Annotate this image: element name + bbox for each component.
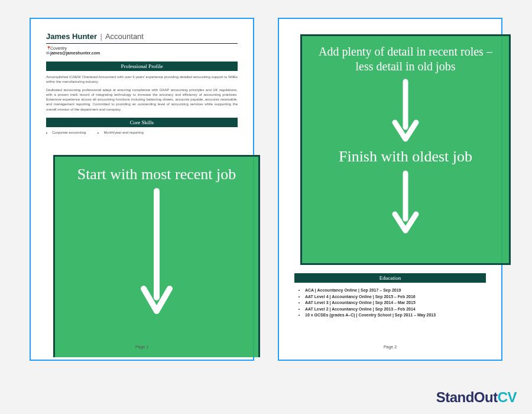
- section-education: Education: [294, 273, 486, 283]
- edu-item: ACA | Accountancy Online | Sep 2017 – Se…: [305, 287, 486, 294]
- arrow-down-icon: [139, 188, 174, 318]
- brand-logo: StandOutCV: [436, 389, 517, 406]
- contact-line: 📍Coventry ✉james@jameshunter.com: [46, 46, 238, 56]
- callout-detail-oldest: Add plenty of detail in recent roles – l…: [300, 34, 511, 265]
- page-number-1: Page 1: [46, 345, 238, 349]
- pages-row: James Hunter | Accountant 📍Coventry ✉jam…: [0, 0, 532, 361]
- edu-item: 10 x GCSEs (grades A–C) | Coventry Schoo…: [305, 312, 486, 319]
- logo-part-b: CV: [498, 389, 517, 405]
- name-header: James Hunter | Accountant: [46, 32, 238, 44]
- edu-item: AAT Level 4 | Accountancy Online | Sep 2…: [305, 294, 486, 300]
- candidate-name: James Hunter: [46, 32, 97, 41]
- edu-text: 10 x GCSEs (grades A–C) | Coventry Schoo…: [305, 313, 436, 317]
- pin-icon: 📍: [46, 46, 50, 51]
- edu-item: AAT Level 2 | Accountancy Online | Sep 2…: [305, 306, 486, 313]
- resume-page-2: Add plenty of detail in recent roles – l…: [278, 18, 502, 361]
- callout-text-1: Start with most recent job: [62, 165, 251, 183]
- callout-text-2a: Add plenty of detail in recent roles – l…: [309, 44, 502, 74]
- skill-left-1: Corporate accounting: [52, 131, 86, 134]
- section-profile: Professional Profile: [46, 62, 238, 71]
- profile-para-2: Dedicated accounting professional adept …: [46, 88, 238, 111]
- edu-text: AAT Level 3 | Accountancy Online | Sep 2…: [305, 300, 416, 305]
- edu-text: AAT Level 4 | Accountancy Online | Sep 2…: [305, 295, 416, 299]
- edu-item: AAT Level 3 | Accountancy Online | Sep 2…: [305, 300, 486, 306]
- location-text: Coventry: [50, 46, 67, 50]
- resume-page-1: James Hunter | Accountant 📍Coventry ✉jam…: [30, 18, 254, 361]
- profile-para-1: Accomplished ICAEW Chartered Accountant …: [46, 75, 238, 84]
- logo-part-a: StandOut: [436, 389, 498, 405]
- edu-text: AAT Level 2 | Accountancy Online | Sep 2…: [305, 307, 416, 311]
- skill-right-1: Month/year-end reporting: [103, 131, 143, 134]
- candidate-role: Accountant: [105, 32, 144, 41]
- skills-columns: Corporate accounting Month/year-end repo…: [46, 131, 238, 134]
- edu-text: ACA | Accountancy Online | Sep 2017 – Se…: [305, 288, 401, 292]
- email-text: james@jameshunter.com: [50, 51, 100, 55]
- callout-recent-job: Start with most recent job: [53, 155, 260, 357]
- section-skills: Core Skills: [46, 118, 238, 127]
- callout-text-2b: Finish with oldest job: [309, 147, 502, 166]
- arrow-down-icon: [391, 170, 420, 235]
- arrow-down-icon: [391, 79, 420, 144]
- mail-icon: ✉: [46, 51, 50, 56]
- page-number-2: Page 2: [294, 345, 486, 349]
- education-list: ACA | Accountancy Online | Sep 2017 – Se…: [294, 287, 486, 319]
